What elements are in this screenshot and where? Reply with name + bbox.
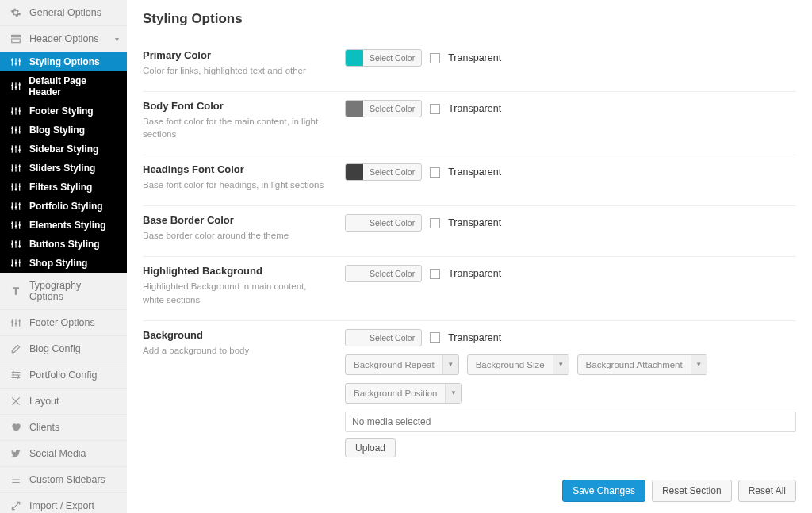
dropdown-label: Background Size: [468, 360, 553, 369]
option-body-font-color: Body Font Color Base font color for the …: [143, 92, 796, 155]
color-swatch: [346, 330, 363, 346]
select-color-button[interactable]: Select Color: [345, 49, 422, 67]
option-description: Highlighted Background in main content, …: [143, 280, 329, 305]
sidebar-item-portfolio-config[interactable]: Portfolio Config: [0, 362, 127, 389]
transparent-checkbox[interactable]: [430, 104, 440, 114]
sidebar-sub-filters-styling[interactable]: Filters Styling: [0, 178, 127, 197]
select-color-label: Select Color: [363, 218, 421, 228]
sidebar-sub-default-page-header[interactable]: Default Page Header: [0, 71, 127, 101]
chevron-down-icon: ▼: [445, 384, 461, 403]
sidebar-item-clients[interactable]: Clients: [0, 415, 127, 441]
sidebar-item-general-options[interactable]: General Options: [0, 0, 127, 26]
sidebar-item-custom-sidebars[interactable]: Custom Sidebars: [0, 467, 127, 493]
save-changes-button[interactable]: Save Changes: [562, 480, 645, 502]
select-color-label: Select Color: [363, 333, 421, 343]
dropdown-background-repeat[interactable]: Background Repeat▼: [345, 354, 459, 375]
sidebar-item-blog-config[interactable]: Blog Config: [0, 336, 127, 362]
svg-point-36: [15, 167, 17, 168]
transparent-label: Transparent: [448, 167, 501, 178]
option-label: Body Font Color: [143, 100, 329, 112]
svg-point-60: [15, 242, 17, 243]
sidebar-item-social-media[interactable]: Social Media: [0, 441, 127, 467]
dropdown-label: Background Position: [346, 389, 445, 398]
main-content: Styling Options Primary Color Color for …: [127, 0, 812, 513]
sidebar-item-import-export[interactable]: Import / Export: [0, 493, 127, 513]
sidebar-item-layout[interactable]: Layout: [0, 389, 127, 415]
svg-point-71: [11, 321, 13, 323]
label: Styling Options: [29, 56, 100, 67]
sliders-icon: [10, 105, 22, 117]
sidebar-item-typography[interactable]: Typography Options: [0, 273, 127, 310]
label: Default Page Header: [29, 75, 117, 98]
svg-rect-1: [12, 39, 21, 43]
transparent-checkbox[interactable]: [430, 269, 440, 279]
transparent-checkbox[interactable]: [430, 53, 440, 63]
sidebar-sub-sliders-styling[interactable]: Sliders Styling: [0, 159, 127, 178]
sidebar-bottom: Typography Options Footer Options Blog C…: [0, 273, 127, 513]
sidebar-sub-portfolio-styling[interactable]: Portfolio Styling: [0, 197, 127, 216]
svg-point-41: [11, 186, 13, 187]
svg-point-55: [19, 224, 21, 226]
svg-point-67: [19, 262, 21, 263]
reset-section-button[interactable]: Reset Section: [652, 480, 732, 502]
gears-icon: [10, 7, 22, 18]
svg-point-48: [15, 206, 17, 208]
sliders-icon: [10, 182, 22, 193]
sidebar-item-footer-options[interactable]: Footer Options: [0, 310, 127, 336]
option-label: Background: [143, 329, 329, 341]
footer-actions: Save Changes Reset Section Reset All: [143, 472, 796, 502]
select-color-button[interactable]: Select Color: [345, 163, 422, 181]
option-headings-font-color: Headings Font Color Base font color for …: [143, 155, 796, 206]
svg-point-11: [11, 85, 13, 86]
chevron-down-icon: ▼: [691, 355, 707, 374]
chevron-down-icon: ▼: [553, 355, 569, 374]
dropdown-background-size[interactable]: Background Size▼: [467, 354, 569, 375]
svg-point-47: [11, 206, 13, 208]
transparent-label: Transparent: [448, 268, 501, 279]
reset-all-button[interactable]: Reset All: [738, 480, 796, 502]
dropdown-label: Background Attachment: [578, 360, 691, 369]
svg-point-73: [19, 320, 21, 322]
label: Footer Styling: [29, 105, 94, 117]
sliders-icon: [10, 124, 22, 136]
svg-point-66: [15, 262, 17, 264]
option-description: Base font color for the main content, in…: [143, 115, 329, 140]
sidebar-item-header-options[interactable]: Header Options ▾: [0, 26, 127, 52]
label: Shop Styling: [29, 258, 87, 269]
sidebar-sub-sidebar-styling[interactable]: Sidebar Styling: [0, 140, 127, 159]
transparent-checkbox[interactable]: [430, 167, 440, 178]
select-color-button[interactable]: Select Color: [345, 214, 422, 232]
option-description: Base border color around the theme: [143, 229, 329, 242]
sidebar-submenu: Styling Options Default Page Header Foot…: [0, 52, 127, 273]
upload-button[interactable]: Upload: [345, 438, 396, 457]
option-description: Add a background to body: [143, 344, 329, 357]
svg-rect-0: [12, 35, 21, 36]
sidebar-sub-shop-styling[interactable]: Shop Styling: [0, 254, 127, 273]
select-color-label: Select Color: [363, 104, 421, 113]
select-color-button[interactable]: Select Color: [345, 265, 422, 282]
svg-point-12: [14, 86, 16, 88]
svg-point-72: [15, 323, 17, 324]
dropdown-background-position[interactable]: Background Position▼: [345, 383, 462, 404]
sidebar-sub-buttons-styling[interactable]: Buttons Styling: [0, 235, 127, 254]
transparent-checkbox[interactable]: [430, 218, 440, 228]
sliders-icon: [10, 317, 22, 328]
svg-point-6: [15, 63, 17, 64]
label: Blog Styling: [29, 124, 85, 136]
svg-point-59: [11, 243, 13, 245]
svg-point-5: [11, 59, 13, 61]
dropdown-background-attachment[interactable]: Background Attachment▼: [577, 354, 707, 375]
dropdown-label: Background Repeat: [346, 360, 442, 369]
sidebar-sub-blog-styling[interactable]: Blog Styling: [0, 121, 127, 140]
svg-point-35: [11, 169, 13, 170]
sidebar-sub-footer-styling[interactable]: Footer Styling: [0, 101, 127, 121]
option-base-border-color: Base Border Color Base border color arou…: [143, 206, 796, 257]
transparent-checkbox[interactable]: [430, 332, 440, 343]
svg-point-19: [19, 110, 21, 112]
select-color-button[interactable]: Select Color: [345, 100, 422, 117]
heart-icon: [10, 422, 22, 433]
media-input[interactable]: [345, 412, 796, 432]
sidebar-sub-styling-options[interactable]: Styling Options: [0, 52, 127, 71]
sidebar-sub-elements-styling[interactable]: Elements Styling: [0, 216, 127, 235]
select-color-button[interactable]: Select Color: [345, 329, 422, 346]
